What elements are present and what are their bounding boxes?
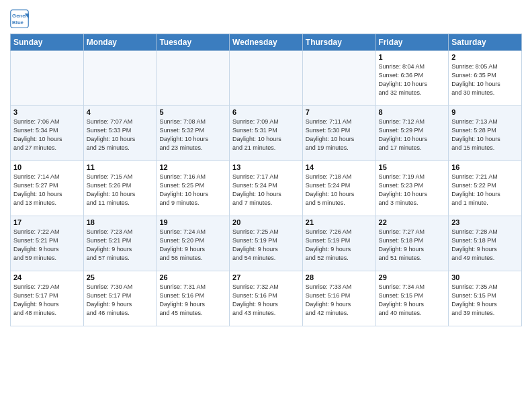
day-cell: 23Sunrise: 7:28 AM Sunset: 5:18 PM Dayli… (449, 216, 522, 271)
day-cell: 9Sunrise: 7:13 AM Sunset: 5:28 PM Daylig… (449, 106, 522, 161)
day-info: Sunrise: 7:12 AM Sunset: 5:29 PM Dayligh… (379, 118, 446, 152)
day-info: Sunrise: 7:29 AM Sunset: 5:17 PM Dayligh… (13, 283, 81, 318)
day-number: 5 (159, 108, 226, 116)
day-cell: 20Sunrise: 7:25 AM Sunset: 5:19 PM Dayli… (230, 216, 303, 271)
day-number: 4 (87, 108, 154, 116)
day-info: Sunrise: 7:32 AM Sunset: 5:16 PM Dayligh… (232, 283, 300, 318)
header: General Blue (10, 7, 522, 28)
day-number: 29 (379, 273, 446, 281)
day-number: 25 (87, 273, 154, 281)
day-cell: 22Sunrise: 7:27 AM Sunset: 5:18 PM Dayli… (375, 216, 449, 271)
weekday-header-sunday: Sunday (11, 34, 84, 51)
logo-icon: General Blue (10, 9, 29, 28)
day-number: 3 (13, 108, 81, 116)
day-info: Sunrise: 7:30 AM Sunset: 5:17 PM Dayligh… (87, 283, 154, 318)
day-number: 27 (232, 273, 300, 281)
day-number: 9 (451, 108, 519, 116)
day-info: Sunrise: 7:26 AM Sunset: 5:19 PM Dayligh… (306, 228, 373, 263)
day-cell: 5Sunrise: 7:08 AM Sunset: 5:32 PM Daylig… (157, 106, 230, 161)
day-cell (83, 51, 157, 106)
day-cell: 28Sunrise: 7:33 AM Sunset: 5:16 PM Dayli… (302, 271, 375, 326)
day-number: 23 (451, 218, 519, 226)
day-cell: 12Sunrise: 7:16 AM Sunset: 5:25 PM Dayli… (157, 161, 230, 216)
logo: General Blue (10, 9, 32, 28)
day-info: Sunrise: 7:19 AM Sunset: 5:23 PM Dayligh… (379, 173, 446, 208)
day-cell: 7Sunrise: 7:11 AM Sunset: 5:30 PM Daylig… (302, 106, 375, 161)
weekday-header-monday: Monday (83, 34, 157, 51)
day-number: 8 (379, 108, 446, 116)
day-number: 19 (159, 218, 226, 226)
weekday-header-friday: Friday (375, 34, 449, 51)
day-info: Sunrise: 7:31 AM Sunset: 5:16 PM Dayligh… (159, 283, 226, 318)
day-info: Sunrise: 7:25 AM Sunset: 5:19 PM Dayligh… (232, 228, 300, 263)
day-cell: 19Sunrise: 7:24 AM Sunset: 5:20 PM Dayli… (157, 216, 230, 271)
day-cell: 4Sunrise: 7:07 AM Sunset: 5:33 PM Daylig… (83, 106, 157, 161)
day-cell (230, 51, 303, 106)
calendar: SundayMondayTuesdayWednesdayThursdayFrid… (10, 34, 522, 326)
day-info: Sunrise: 7:24 AM Sunset: 5:20 PM Dayligh… (159, 228, 226, 263)
day-cell: 29Sunrise: 7:34 AM Sunset: 5:15 PM Dayli… (375, 271, 449, 326)
day-number: 30 (451, 273, 519, 281)
day-info: Sunrise: 7:06 AM Sunset: 5:34 PM Dayligh… (13, 118, 81, 152)
day-cell: 18Sunrise: 7:23 AM Sunset: 5:21 PM Dayli… (83, 216, 157, 271)
day-number: 17 (13, 218, 81, 226)
day-info: Sunrise: 7:27 AM Sunset: 5:18 PM Dayligh… (379, 228, 446, 263)
weekday-header-row: SundayMondayTuesdayWednesdayThursdayFrid… (11, 34, 522, 51)
day-info: Sunrise: 7:21 AM Sunset: 5:22 PM Dayligh… (451, 173, 519, 208)
day-cell: 14Sunrise: 7:18 AM Sunset: 5:24 PM Dayli… (302, 161, 375, 216)
day-cell: 26Sunrise: 7:31 AM Sunset: 5:16 PM Dayli… (157, 271, 230, 326)
day-info: Sunrise: 7:08 AM Sunset: 5:32 PM Dayligh… (159, 118, 226, 152)
day-cell: 30Sunrise: 7:35 AM Sunset: 5:15 PM Dayli… (449, 271, 522, 326)
day-number: 24 (13, 273, 81, 281)
day-number: 11 (87, 163, 154, 171)
day-cell: 10Sunrise: 7:14 AM Sunset: 5:27 PM Dayli… (11, 161, 84, 216)
day-number: 26 (159, 273, 226, 281)
day-info: Sunrise: 7:14 AM Sunset: 5:27 PM Dayligh… (13, 173, 81, 208)
day-number: 10 (13, 163, 81, 171)
day-info: Sunrise: 7:17 AM Sunset: 5:24 PM Dayligh… (232, 173, 300, 208)
day-info: Sunrise: 7:28 AM Sunset: 5:18 PM Dayligh… (451, 228, 519, 263)
day-number: 13 (232, 163, 300, 171)
day-cell (157, 51, 230, 106)
day-cell: 21Sunrise: 7:26 AM Sunset: 5:19 PM Dayli… (302, 216, 375, 271)
day-info: Sunrise: 7:33 AM Sunset: 5:16 PM Dayligh… (306, 283, 373, 318)
week-row-3: 10Sunrise: 7:14 AM Sunset: 5:27 PM Dayli… (11, 161, 522, 216)
day-cell: 11Sunrise: 7:15 AM Sunset: 5:26 PM Dayli… (83, 161, 157, 216)
day-cell: 2Sunrise: 8:05 AM Sunset: 6:35 PM Daylig… (449, 51, 522, 106)
svg-text:Blue: Blue (12, 19, 24, 26)
weekday-header-saturday: Saturday (449, 34, 522, 51)
day-info: Sunrise: 7:34 AM Sunset: 5:15 PM Dayligh… (379, 283, 446, 318)
day-info: Sunrise: 7:18 AM Sunset: 5:24 PM Dayligh… (306, 173, 373, 208)
day-info: Sunrise: 8:04 AM Sunset: 6:36 PM Dayligh… (379, 62, 446, 97)
day-info: Sunrise: 7:11 AM Sunset: 5:30 PM Dayligh… (306, 118, 373, 152)
day-number: 7 (306, 108, 373, 116)
day-cell (11, 51, 84, 106)
day-number: 21 (306, 218, 373, 226)
day-info: Sunrise: 7:07 AM Sunset: 5:33 PM Dayligh… (87, 118, 154, 152)
week-row-5: 24Sunrise: 7:29 AM Sunset: 5:17 PM Dayli… (11, 271, 522, 326)
day-number: 28 (306, 273, 373, 281)
day-cell: 25Sunrise: 7:30 AM Sunset: 5:17 PM Dayli… (83, 271, 157, 326)
week-row-4: 17Sunrise: 7:22 AM Sunset: 5:21 PM Dayli… (11, 216, 522, 271)
day-cell (302, 51, 375, 106)
weekday-header-wednesday: Wednesday (230, 34, 303, 51)
day-number: 20 (232, 218, 300, 226)
page: General Blue SundayMondayTuesdayWednesda… (0, 0, 532, 411)
day-cell: 1Sunrise: 8:04 AM Sunset: 6:36 PM Daylig… (375, 51, 449, 106)
day-cell: 16Sunrise: 7:21 AM Sunset: 5:22 PM Dayli… (449, 161, 522, 216)
day-number: 2 (451, 53, 519, 61)
day-number: 1 (379, 53, 446, 61)
day-number: 22 (379, 218, 446, 226)
day-number: 15 (379, 163, 446, 171)
weekday-header-tuesday: Tuesday (157, 34, 230, 51)
day-cell: 13Sunrise: 7:17 AM Sunset: 5:24 PM Dayli… (230, 161, 303, 216)
day-info: Sunrise: 7:23 AM Sunset: 5:21 PM Dayligh… (87, 228, 154, 263)
day-number: 12 (159, 163, 226, 171)
day-info: Sunrise: 7:35 AM Sunset: 5:15 PM Dayligh… (451, 283, 519, 318)
day-info: Sunrise: 7:22 AM Sunset: 5:21 PM Dayligh… (13, 228, 81, 263)
day-number: 16 (451, 163, 519, 171)
day-info: Sunrise: 7:16 AM Sunset: 5:25 PM Dayligh… (159, 173, 226, 208)
day-info: Sunrise: 7:09 AM Sunset: 5:31 PM Dayligh… (232, 118, 300, 152)
week-row-2: 3Sunrise: 7:06 AM Sunset: 5:34 PM Daylig… (11, 106, 522, 161)
day-number: 18 (87, 218, 154, 226)
